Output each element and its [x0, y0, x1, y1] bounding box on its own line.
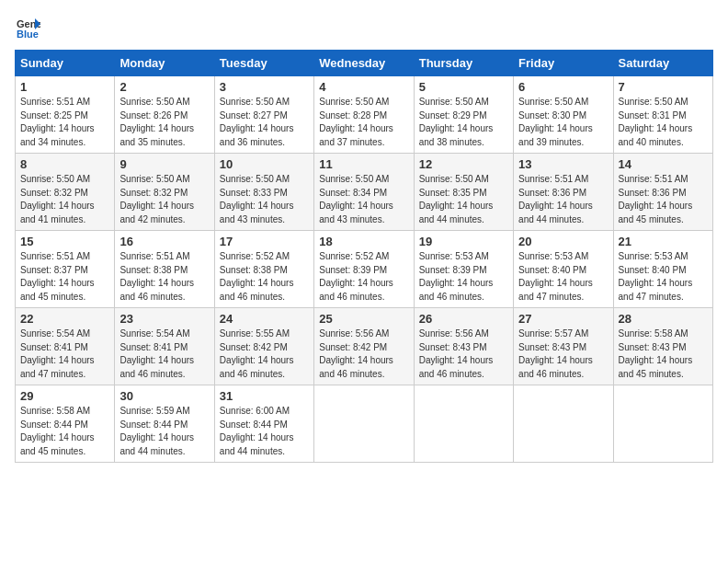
calendar-week-row: 15Sunrise: 5:51 AMSunset: 8:37 PMDayligh…: [16, 231, 713, 308]
calendar-cell: 12Sunrise: 5:50 AMSunset: 8:35 PMDayligh…: [414, 154, 513, 231]
day-info: Sunrise: 5:50 AMSunset: 8:30 PMDaylight:…: [518, 97, 593, 147]
day-number: 8: [20, 157, 109, 171]
day-number: 10: [220, 157, 309, 171]
day-info: Sunrise: 5:51 AMSunset: 8:37 PMDaylight:…: [20, 251, 95, 302]
day-number: 18: [319, 235, 408, 248]
calendar-cell: 2Sunrise: 5:50 AMSunset: 8:26 PMDaylight…: [115, 76, 214, 154]
day-info: Sunrise: 5:51 AMSunset: 8:25 PMDaylight:…: [20, 97, 95, 147]
calendar-cell: 28Sunrise: 5:58 AMSunset: 8:43 PMDayligh…: [613, 308, 712, 385]
day-info: Sunrise: 5:50 AMSunset: 8:28 PMDaylight:…: [319, 97, 393, 147]
day-number: 25: [319, 312, 408, 326]
calendar-cell: 29Sunrise: 5:58 AMSunset: 8:44 PMDayligh…: [16, 385, 115, 463]
day-number: 12: [419, 157, 508, 171]
day-info: Sunrise: 6:00 AMSunset: 8:44 PMDaylight:…: [220, 406, 294, 456]
day-number: 28: [619, 312, 708, 326]
calendar-cell: 19Sunrise: 5:53 AMSunset: 8:39 PMDayligh…: [414, 231, 513, 308]
calendar-cell: 13Sunrise: 5:51 AMSunset: 8:36 PMDayligh…: [514, 154, 613, 231]
calendar-cell: 30Sunrise: 5:59 AMSunset: 8:44 PMDayligh…: [115, 385, 214, 463]
day-info: Sunrise: 5:53 AMSunset: 8:40 PMDaylight:…: [619, 251, 693, 302]
day-info: Sunrise: 5:58 AMSunset: 8:44 PMDaylight:…: [20, 406, 95, 456]
calendar-cell: 5Sunrise: 5:50 AMSunset: 8:29 PMDaylight…: [414, 76, 513, 154]
calendar-cell: [414, 385, 513, 463]
calendar-cell: 4Sunrise: 5:50 AMSunset: 8:28 PMDaylight…: [314, 76, 414, 154]
day-info: Sunrise: 5:50 AMSunset: 8:35 PMDaylight:…: [419, 174, 494, 224]
calendar-cell: 10Sunrise: 5:50 AMSunset: 8:33 PMDayligh…: [214, 154, 313, 231]
day-number: 17: [220, 235, 309, 248]
day-number: 9: [119, 157, 209, 171]
calendar-body: 1Sunrise: 5:51 AMSunset: 8:25 PMDaylight…: [16, 76, 713, 463]
calendar-cell: 17Sunrise: 5:52 AMSunset: 8:38 PMDayligh…: [214, 231, 313, 308]
calendar-header-row: SundayMondayTuesdayWednesdayThursdayFrid…: [16, 51, 713, 76]
day-info: Sunrise: 5:50 AMSunset: 8:29 PMDaylight:…: [419, 97, 494, 147]
day-info: Sunrise: 5:50 AMSunset: 8:32 PMDaylight:…: [119, 174, 194, 224]
calendar-cell: 18Sunrise: 5:52 AMSunset: 8:39 PMDayligh…: [314, 231, 414, 308]
calendar-cell: 3Sunrise: 5:50 AMSunset: 8:27 PMDaylight…: [214, 76, 313, 154]
calendar-cell: 25Sunrise: 5:56 AMSunset: 8:42 PMDayligh…: [314, 308, 414, 385]
day-info: Sunrise: 5:50 AMSunset: 8:34 PMDaylight:…: [319, 174, 393, 224]
day-number: 2: [119, 80, 209, 94]
day-number: 27: [518, 312, 608, 326]
calendar-cell: 21Sunrise: 5:53 AMSunset: 8:40 PMDayligh…: [613, 231, 712, 308]
day-info: Sunrise: 5:50 AMSunset: 8:31 PMDaylight:…: [619, 97, 693, 147]
calendar-week-row: 22Sunrise: 5:54 AMSunset: 8:41 PMDayligh…: [16, 308, 713, 385]
day-number: 15: [20, 235, 109, 248]
day-number: 6: [518, 80, 608, 94]
calendar-cell: 22Sunrise: 5:54 AMSunset: 8:41 PMDayligh…: [16, 308, 115, 385]
day-number: 4: [319, 80, 408, 94]
weekday-header-monday: Monday: [115, 51, 214, 76]
day-number: 20: [518, 235, 608, 248]
calendar-week-row: 29Sunrise: 5:58 AMSunset: 8:44 PMDayligh…: [16, 385, 713, 463]
calendar-week-row: 1Sunrise: 5:51 AMSunset: 8:25 PMDaylight…: [16, 76, 713, 154]
calendar-cell: 7Sunrise: 5:50 AMSunset: 8:31 PMDaylight…: [613, 76, 712, 154]
day-info: Sunrise: 5:50 AMSunset: 8:26 PMDaylight:…: [119, 97, 194, 147]
day-info: Sunrise: 5:59 AMSunset: 8:44 PMDaylight:…: [119, 406, 194, 456]
day-info: Sunrise: 5:53 AMSunset: 8:40 PMDaylight:…: [518, 251, 593, 302]
day-info: Sunrise: 5:54 AMSunset: 8:41 PMDaylight:…: [119, 328, 194, 379]
day-number: 7: [619, 80, 708, 94]
day-number: 13: [518, 157, 608, 171]
day-number: 26: [419, 312, 508, 326]
weekday-header-thursday: Thursday: [414, 51, 513, 76]
day-number: 30: [119, 389, 209, 403]
calendar-table: SundayMondayTuesdayWednesdayThursdayFrid…: [15, 50, 713, 463]
day-info: Sunrise: 5:52 AMSunset: 8:38 PMDaylight:…: [220, 251, 294, 302]
day-info: Sunrise: 5:55 AMSunset: 8:42 PMDaylight:…: [220, 328, 294, 379]
day-number: 31: [220, 389, 309, 403]
svg-text:Blue: Blue: [17, 29, 39, 40]
day-info: Sunrise: 5:58 AMSunset: 8:43 PMDaylight:…: [619, 328, 693, 379]
calendar-cell: 23Sunrise: 5:54 AMSunset: 8:41 PMDayligh…: [115, 308, 214, 385]
weekday-header-tuesday: Tuesday: [214, 51, 313, 76]
day-number: 29: [20, 389, 109, 403]
day-info: Sunrise: 5:51 AMSunset: 8:36 PMDaylight:…: [518, 174, 593, 224]
page-header: General Blue: [15, 15, 713, 40]
day-number: 1: [20, 80, 109, 94]
day-number: 16: [119, 235, 209, 248]
calendar-cell: 14Sunrise: 5:51 AMSunset: 8:36 PMDayligh…: [613, 154, 712, 231]
day-info: Sunrise: 5:51 AMSunset: 8:36 PMDaylight:…: [619, 174, 693, 224]
day-info: Sunrise: 5:53 AMSunset: 8:39 PMDaylight:…: [419, 251, 494, 302]
day-info: Sunrise: 5:52 AMSunset: 8:39 PMDaylight:…: [319, 251, 393, 302]
weekday-header-wednesday: Wednesday: [314, 51, 414, 76]
calendar-cell: 11Sunrise: 5:50 AMSunset: 8:34 PMDayligh…: [314, 154, 414, 231]
day-info: Sunrise: 5:56 AMSunset: 8:43 PMDaylight:…: [419, 328, 494, 379]
calendar-week-row: 8Sunrise: 5:50 AMSunset: 8:32 PMDaylight…: [16, 154, 713, 231]
weekday-header-sunday: Sunday: [16, 51, 115, 76]
calendar-cell: 15Sunrise: 5:51 AMSunset: 8:37 PMDayligh…: [16, 231, 115, 308]
day-info: Sunrise: 5:50 AMSunset: 8:33 PMDaylight:…: [220, 174, 294, 224]
day-number: 23: [119, 312, 209, 326]
logo-icon: General Blue: [15, 15, 40, 40]
day-number: 24: [220, 312, 309, 326]
day-number: 11: [319, 157, 408, 171]
day-number: 22: [20, 312, 109, 326]
calendar-cell: 1Sunrise: 5:51 AMSunset: 8:25 PMDaylight…: [16, 76, 115, 154]
calendar-cell: 20Sunrise: 5:53 AMSunset: 8:40 PMDayligh…: [514, 231, 613, 308]
day-number: 5: [419, 80, 508, 94]
calendar-cell: [314, 385, 414, 463]
weekday-header-saturday: Saturday: [613, 51, 712, 76]
calendar-cell: 31Sunrise: 6:00 AMSunset: 8:44 PMDayligh…: [214, 385, 313, 463]
calendar-cell: 9Sunrise: 5:50 AMSunset: 8:32 PMDaylight…: [115, 154, 214, 231]
weekday-header-friday: Friday: [514, 51, 613, 76]
calendar-cell: 26Sunrise: 5:56 AMSunset: 8:43 PMDayligh…: [414, 308, 513, 385]
day-number: 14: [619, 157, 708, 171]
day-info: Sunrise: 5:57 AMSunset: 8:43 PMDaylight:…: [518, 328, 593, 379]
